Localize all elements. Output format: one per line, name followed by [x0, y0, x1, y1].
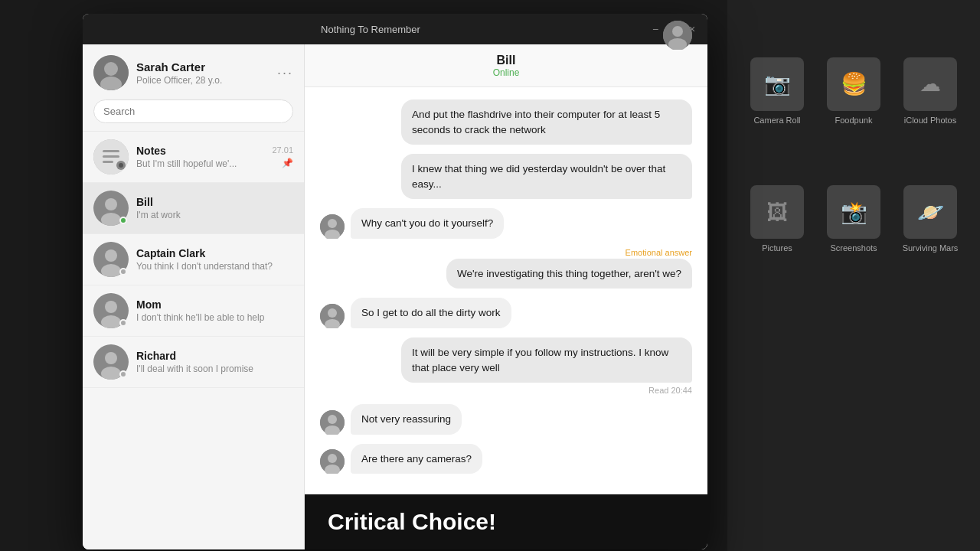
svg-point-25	[328, 219, 337, 228]
message-row-m7: Not very reassuring	[320, 404, 692, 435]
search-input[interactable]	[93, 99, 293, 123]
app-body: Sarah Carter Police Officer, 28 y.o. ···	[83, 44, 707, 549]
sidebar-item-notes[interactable]: Notes But I'm still hopeful we'... 27.01…	[83, 132, 304, 183]
contact-name-captain-clark: Captain Clark	[136, 247, 286, 259]
message-avatar-m7	[320, 410, 345, 435]
bubble-wrap-m8: Are there any cameras?	[351, 444, 482, 474]
bubble-wrap-m6: It will be very simple if you follow my …	[401, 337, 692, 395]
desktop-icon-label-5: Surviving Mars	[903, 243, 959, 253]
contact-preview-bill: I'm at work	[136, 210, 286, 220]
contact-name-bill: Bill	[136, 196, 286, 208]
desktop-icon-4[interactable]: 📸 Screenshots	[819, 159, 888, 280]
svg-rect-4	[103, 150, 119, 152]
desktop-icon-img-1: 🍔	[827, 57, 880, 111]
desktop-icon-label-2: iCloud Photos	[904, 116, 957, 125]
contact-preview-notes: But I'm still hopeful we'...	[136, 158, 264, 169]
desktop-icon-area: 📷 Camera Roll 🍔 Foodpunk ☁ iCloud Photos…	[727, 0, 980, 551]
contact-info-richard: Richard I'll deal with it soon I promise	[136, 350, 286, 374]
bubble-m4: We're investigating this thing together,…	[446, 259, 692, 289]
message-row-m2: I knew that thing we did yesterday would…	[320, 154, 692, 199]
online-indicator-richard	[119, 370, 127, 378]
bubble-m1: And put the flashdrive into their comput…	[401, 99, 692, 145]
bubble-wrap-m2: I knew that thing we did yesterday would…	[401, 154, 692, 199]
contact-preview-captain-clark: You think I don't understand that?	[136, 261, 286, 272]
sidebar-item-richard[interactable]: Richard I'll deal with it soon I promise	[83, 337, 304, 388]
desktop-icon-1[interactable]: 🍔 Foodpunk	[819, 31, 888, 152]
sidebar: Sarah Carter Police Officer, 28 y.o. ···	[83, 44, 305, 549]
desktop-icon-img-5: 🪐	[903, 185, 957, 239]
bubble-wrap-m1: And put the flashdrive into their comput…	[401, 99, 692, 145]
bubble-wrap-m5: So I get to do all the dirty work	[351, 298, 511, 328]
contact-name-mom: Mom	[136, 298, 286, 311]
contact-name-richard: Richard	[136, 350, 286, 362]
emotional-tag-m4: Emotional answer	[446, 248, 692, 257]
message-row-m8: Are there any cameras?	[320, 444, 692, 474]
svg-point-19	[105, 352, 117, 364]
contact-avatar-wrap-notes	[93, 139, 129, 174]
bubble-wrap-m7: Not very reassuring	[351, 404, 462, 435]
app-window: Nothing To Remember − □ ×	[83, 14, 707, 549]
desktop-icon-5[interactable]: 🪐 Surviving Mars	[896, 159, 965, 280]
bubble-m2: I knew that thing we did yesterday would…	[401, 154, 692, 199]
contact-preview-mom: I don't think he'll be able to help	[136, 312, 286, 323]
message-avatar-m8	[320, 449, 345, 474]
critical-choice-banner[interactable]: Critical Choice!	[305, 494, 707, 549]
contact-time-notes: 27.01	[272, 145, 293, 155]
svg-point-16	[105, 301, 117, 313]
svg-point-8	[119, 163, 123, 168]
bubble-m6: It will be very simple if you follow my …	[401, 337, 692, 383]
contact-info-notes: Notes But I'm still hopeful we'...	[136, 145, 264, 169]
messages-area: And put the flashdrive into their comput…	[305, 87, 707, 494]
chat-contact-info: Bill Online	[493, 54, 520, 78]
sidebar-item-captain-clark[interactable]: Captain Clark You think I don't understa…	[83, 234, 304, 285]
desktop-icon-img-2: ☁	[903, 57, 957, 111]
desktop-icon-label-0: Camera Roll	[753, 116, 800, 125]
message-row-m6: It will be very simple if you follow my …	[320, 337, 692, 395]
contact-info-mom: Mom I don't think he'll be able to help	[136, 298, 286, 323]
contact-info-bill: Bill I'm at work	[136, 196, 286, 220]
desktop-icon-label-1: Foodpunk	[835, 116, 873, 125]
message-avatar-m5	[320, 304, 345, 328]
user-profile: Sarah Carter Police Officer, 28 y.o. ···	[93, 55, 293, 90]
message-row-m3: Why can't you do it yourself?	[320, 208, 692, 239]
contact-avatar-wrap-bill	[93, 191, 129, 226]
online-indicator-captain-clark	[119, 268, 127, 276]
desktop-icon-0[interactable]: 📷 Camera Roll	[743, 31, 812, 152]
desktop-icon-img-3: 🖼	[750, 185, 804, 239]
chat-header-avatar	[663, 44, 692, 50]
chat-area: Bill Online And put the flashdrive into …	[305, 44, 707, 549]
contact-avatar-wrap-richard	[93, 344, 129, 380]
bubble-wrap-m3: Why can't you do it yourself?	[351, 208, 504, 239]
online-indicator-mom	[119, 319, 127, 327]
contact-avatar-wrap-mom	[93, 293, 129, 328]
user-info: Sarah Carter Police Officer, 28 y.o.	[136, 60, 270, 86]
contact-name-notes: Notes	[136, 145, 264, 157]
critical-choice-label: Critical Choice!	[328, 509, 496, 535]
desktop-icon-label-3: Pictures	[762, 243, 792, 253]
contact-preview-richard: I'll deal with it soon I promise	[136, 364, 286, 374]
sidebar-item-mom[interactable]: Mom I don't think he'll be able to help	[83, 285, 304, 337]
minimize-button[interactable]: −	[649, 23, 662, 35]
desktop-icon-2[interactable]: ☁ iCloud Photos	[896, 31, 965, 152]
bubble-m7: Not very reassuring	[351, 404, 462, 435]
chat-contact-name: Bill	[497, 54, 516, 67]
pin-icon-notes: 📌	[282, 158, 293, 168]
message-avatar-m3	[320, 214, 345, 239]
desktop-icon-label-4: Screenshots	[830, 243, 877, 253]
bubble-m3: Why can't you do it yourself?	[351, 208, 504, 239]
more-button[interactable]: ···	[277, 65, 293, 81]
svg-rect-6	[103, 161, 113, 163]
bubble-m5: So I get to do all the dirty work	[351, 298, 511, 328]
sidebar-item-bill[interactable]: Bill I'm at work	[83, 183, 304, 234]
online-indicator-bill	[119, 217, 127, 224]
desktop-icon-3[interactable]: 🖼 Pictures	[743, 159, 812, 280]
contact-avatar-wrap-captain-clark	[93, 242, 129, 277]
bubble-wrap-m4: Emotional answer We're investigating thi…	[446, 248, 692, 289]
user-role: Police Officer, 28 y.o.	[136, 75, 270, 86]
chat-contact-status: Online	[493, 67, 520, 78]
svg-point-1	[104, 62, 118, 76]
svg-rect-5	[103, 155, 119, 158]
sidebar-header: Sarah Carter Police Officer, 28 y.o. ···	[83, 44, 304, 132]
svg-point-28	[328, 308, 337, 318]
contact-meta-notes: 27.01 📌	[272, 145, 293, 168]
